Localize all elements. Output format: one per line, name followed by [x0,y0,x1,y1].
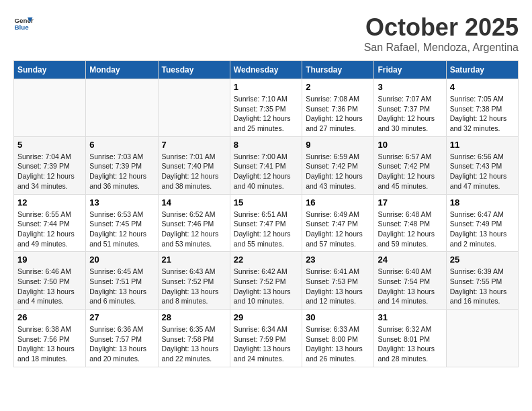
calendar-cell: 20Sunrise: 6:45 AM Sunset: 7:51 PM Dayli… [86,252,158,310]
day-number: 28 [162,312,226,322]
weekday-label: Saturday [446,61,518,79]
calendar-body: 1Sunrise: 7:10 AM Sunset: 7:35 PM Daylig… [14,79,519,367]
day-info: Sunrise: 6:48 AM Sunset: 7:48 PM Dayligh… [378,210,442,249]
day-info: Sunrise: 6:36 AM Sunset: 7:57 PM Dayligh… [89,324,154,364]
day-number: 18 [450,197,515,208]
calendar-cell: 7Sunrise: 7:01 AM Sunset: 7:40 PM Daylig… [158,136,230,194]
day-number: 4 [450,82,515,92]
weekday-header-row: SundayMondayTuesdayWednesdayThursdayFrid… [14,61,519,79]
day-info: Sunrise: 6:55 AM Sunset: 7:44 PM Dayligh… [17,210,82,249]
day-number: 31 [378,312,442,322]
day-number: 29 [234,312,298,322]
calendar-cell: 19Sunrise: 6:46 AM Sunset: 7:50 PM Dayli… [14,252,86,310]
day-info: Sunrise: 7:08 AM Sunset: 7:36 PM Dayligh… [306,94,370,134]
weekday-label: Monday [86,61,158,79]
month-title: October 2025 [364,13,519,42]
day-info: Sunrise: 6:38 AM Sunset: 7:56 PM Dayligh… [17,324,82,364]
day-number: 12 [17,197,82,208]
day-info: Sunrise: 6:56 AM Sunset: 7:43 PM Dayligh… [450,152,515,191]
calendar-week-row: 19Sunrise: 6:46 AM Sunset: 7:50 PM Dayli… [14,252,519,310]
calendar-cell: 2Sunrise: 7:08 AM Sunset: 7:36 PM Daylig… [302,79,374,137]
day-info: Sunrise: 7:01 AM Sunset: 7:40 PM Dayligh… [162,152,226,191]
location-subtitle: San Rafael, Mendoza, Argentina [364,42,519,54]
calendar-cell [14,79,86,137]
weekday-label: Sunday [14,61,86,79]
calendar-cell: 15Sunrise: 6:51 AM Sunset: 7:47 PM Dayli… [230,194,302,252]
calendar-cell: 26Sunrise: 6:38 AM Sunset: 7:56 PM Dayli… [14,310,86,367]
calendar-cell: 12Sunrise: 6:55 AM Sunset: 7:44 PM Dayli… [14,194,86,252]
day-number: 2 [306,82,370,92]
day-number: 11 [450,140,515,150]
calendar-cell: 13Sunrise: 6:53 AM Sunset: 7:45 PM Dayli… [86,194,158,252]
day-info: Sunrise: 7:00 AM Sunset: 7:41 PM Dayligh… [234,152,298,191]
calendar-cell: 27Sunrise: 6:36 AM Sunset: 7:57 PM Dayli… [86,310,158,367]
day-number: 23 [306,255,370,265]
day-number: 8 [234,140,298,150]
calendar-cell: 29Sunrise: 6:34 AM Sunset: 7:59 PM Dayli… [230,310,302,367]
calendar-cell: 9Sunrise: 6:59 AM Sunset: 7:42 PM Daylig… [302,136,374,194]
svg-text:Blue: Blue [15,24,30,31]
calendar-cell: 28Sunrise: 6:35 AM Sunset: 7:58 PM Dayli… [158,310,230,367]
weekday-label: Tuesday [158,61,230,79]
calendar-week-row: 12Sunrise: 6:55 AM Sunset: 7:44 PM Dayli… [14,194,519,252]
calendar-cell: 3Sunrise: 7:07 AM Sunset: 7:37 PM Daylig… [374,79,446,137]
calendar-cell: 24Sunrise: 6:40 AM Sunset: 7:54 PM Dayli… [374,252,446,310]
calendar-cell: 14Sunrise: 6:52 AM Sunset: 7:46 PM Dayli… [158,194,230,252]
day-info: Sunrise: 6:57 AM Sunset: 7:42 PM Dayligh… [378,152,442,191]
logo: General Blue [13,13,36,34]
weekday-label: Wednesday [230,61,302,79]
calendar-cell: 17Sunrise: 6:48 AM Sunset: 7:48 PM Dayli… [374,194,446,252]
day-info: Sunrise: 6:39 AM Sunset: 7:55 PM Dayligh… [450,267,515,306]
day-number: 5 [17,140,82,150]
day-number: 1 [234,82,298,92]
day-number: 19 [17,255,82,265]
day-number: 9 [306,140,370,150]
calendar-cell: 10Sunrise: 6:57 AM Sunset: 7:42 PM Dayli… [374,136,446,194]
day-info: Sunrise: 6:42 AM Sunset: 7:52 PM Dayligh… [234,267,298,306]
calendar-week-row: 26Sunrise: 6:38 AM Sunset: 7:56 PM Dayli… [14,310,519,367]
day-info: Sunrise: 7:10 AM Sunset: 7:35 PM Dayligh… [234,94,298,134]
weekday-label: Thursday [302,61,374,79]
calendar-cell: 1Sunrise: 7:10 AM Sunset: 7:35 PM Daylig… [230,79,302,137]
day-info: Sunrise: 6:35 AM Sunset: 7:58 PM Dayligh… [162,324,226,364]
day-info: Sunrise: 7:07 AM Sunset: 7:37 PM Dayligh… [378,94,442,134]
day-number: 27 [89,312,154,322]
day-info: Sunrise: 7:03 AM Sunset: 7:39 PM Dayligh… [89,152,154,191]
day-info: Sunrise: 6:34 AM Sunset: 7:59 PM Dayligh… [234,324,298,364]
day-number: 30 [306,312,370,322]
day-info: Sunrise: 6:32 AM Sunset: 8:01 PM Dayligh… [378,324,442,364]
calendar-cell: 5Sunrise: 7:04 AM Sunset: 7:39 PM Daylig… [14,136,86,194]
day-number: 21 [162,255,226,265]
day-info: Sunrise: 7:05 AM Sunset: 7:38 PM Dayligh… [450,94,515,134]
day-number: 3 [378,82,442,92]
day-info: Sunrise: 6:46 AM Sunset: 7:50 PM Dayligh… [17,267,82,306]
day-number: 15 [234,197,298,208]
day-info: Sunrise: 6:52 AM Sunset: 7:46 PM Dayligh… [162,210,226,249]
day-number: 16 [306,197,370,208]
day-number: 20 [89,255,154,265]
calendar-cell: 30Sunrise: 6:33 AM Sunset: 8:00 PM Dayli… [302,310,374,367]
day-info: Sunrise: 7:04 AM Sunset: 7:39 PM Dayligh… [17,152,82,191]
day-number: 24 [378,255,442,265]
title-block: October 2025 San Rafael, Mendoza, Argent… [364,13,519,54]
calendar-week-row: 1Sunrise: 7:10 AM Sunset: 7:35 PM Daylig… [14,79,519,137]
day-info: Sunrise: 6:41 AM Sunset: 7:53 PM Dayligh… [306,267,370,306]
calendar-cell: 6Sunrise: 7:03 AM Sunset: 7:39 PM Daylig… [86,136,158,194]
calendar-cell: 22Sunrise: 6:42 AM Sunset: 7:52 PM Dayli… [230,252,302,310]
calendar-cell [158,79,230,137]
calendar-cell: 16Sunrise: 6:49 AM Sunset: 7:47 PM Dayli… [302,194,374,252]
calendar-cell: 8Sunrise: 7:00 AM Sunset: 7:41 PM Daylig… [230,136,302,194]
day-number: 10 [378,140,442,150]
day-number: 22 [234,255,298,265]
day-info: Sunrise: 6:59 AM Sunset: 7:42 PM Dayligh… [306,152,370,191]
calendar-week-row: 5Sunrise: 7:04 AM Sunset: 7:39 PM Daylig… [14,136,519,194]
day-info: Sunrise: 6:49 AM Sunset: 7:47 PM Dayligh… [306,210,370,249]
day-number: 13 [89,197,154,208]
day-number: 25 [450,255,515,265]
day-number: 26 [17,312,82,322]
calendar-cell: 25Sunrise: 6:39 AM Sunset: 7:55 PM Dayli… [446,252,518,310]
day-info: Sunrise: 6:40 AM Sunset: 7:54 PM Dayligh… [378,267,442,306]
day-number: 17 [378,197,442,208]
day-number: 7 [162,140,226,150]
day-info: Sunrise: 6:33 AM Sunset: 8:00 PM Dayligh… [306,324,370,364]
